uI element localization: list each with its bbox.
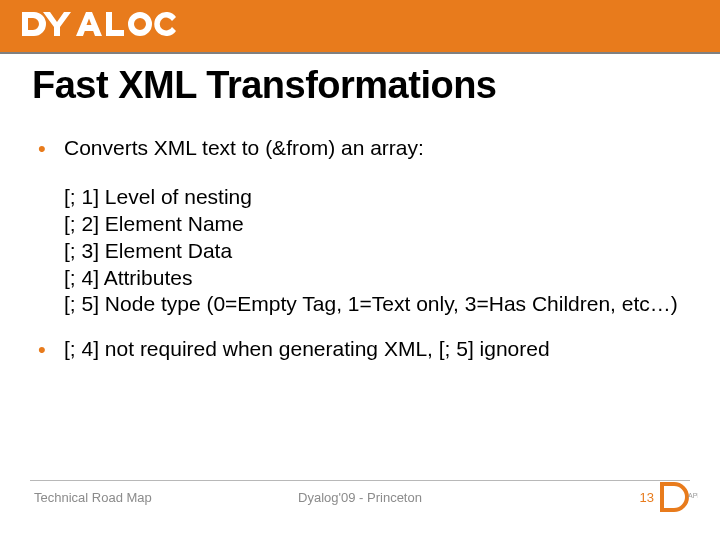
footer: Technical Road Map Dyalog'09 - Princeton… [0,480,720,520]
bullet-item: [; 4] not required when generating XML, … [32,336,688,363]
dyalog-logo [18,6,178,42]
bullet-list: Converts XML text to (&from) an array: [32,135,688,162]
content-area: Fast XML Transformations Converts XML te… [0,54,720,363]
sub-line: [; 3] Element Data [64,238,688,265]
apl-label: APL [688,492,698,499]
bullet-text: [; 4] not required when generating XML, … [64,337,550,360]
slide: Fast XML Transformations Converts XML te… [0,0,720,540]
apl-d-icon: APL [660,482,698,512]
footer-center: Dyalog'09 - Princeton [0,490,720,505]
sub-line: [; 2] Element Name [64,211,688,238]
sub-line: [; 4] Attributes [64,265,688,292]
bullet-item: Converts XML text to (&from) an array: [32,135,688,162]
page-number: 13 [640,490,654,505]
bullet-list: [; 4] not required when generating XML, … [32,336,688,363]
page-title: Fast XML Transformations [32,64,688,107]
sub-line: [; 1] Level of nesting [64,184,688,211]
footer-rule [30,480,690,481]
sub-line: [; 5] Node type (0=Empty Tag, 1=Text onl… [64,291,688,318]
header-bar [0,0,720,52]
footer-logo: APL [660,482,698,516]
array-columns-block: [; 1] Level of nesting [; 2] Element Nam… [64,184,688,318]
bullet-text: Converts XML text to (&from) an array: [64,136,424,159]
